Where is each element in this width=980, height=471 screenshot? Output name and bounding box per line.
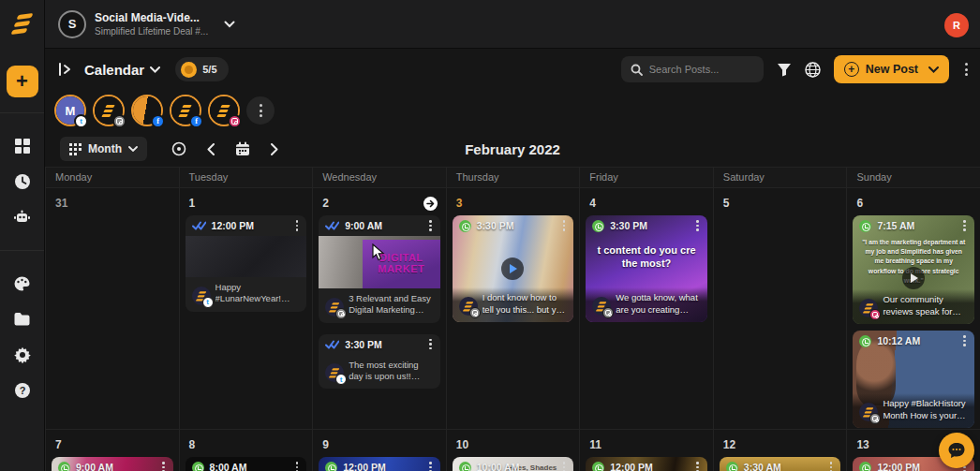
chat-bubble-icon: [947, 442, 966, 459]
account-avatar-facebook[interactable]: f: [170, 95, 201, 126]
calendar-cell-2[interactable]: 2 9:00 AM Digital Market 3 Relevant and …: [312, 187, 446, 429]
post-menu-icon[interactable]: [427, 460, 434, 471]
prev-month-icon[interactable]: [207, 143, 215, 155]
chat-support-button[interactable]: [939, 433, 974, 468]
calendar-cell-6[interactable]: 6 7:15 AM "I am the marketing department…: [846, 187, 980, 429]
post-time: 10:00 AM: [477, 462, 520, 471]
published-check-icon: [325, 220, 339, 231]
post-menu-icon[interactable]: [961, 333, 968, 348]
post-card[interactable]: 3:30 AM: [720, 457, 841, 471]
post-menu-icon[interactable]: [427, 337, 434, 352]
workspace-selector[interactable]: S Social Media-Vide... Simplified Lifeti…: [45, 10, 235, 38]
post-card[interactable]: 7:15 AM "I am the marketing department a…: [853, 215, 974, 324]
post-menu-icon[interactable]: [694, 460, 701, 471]
calendar-cell-5[interactable]: 5: [713, 187, 847, 429]
calendar-cell-10[interactable]: 10 10:00 AMHues, Shades: [446, 429, 580, 471]
date-number: 7: [46, 430, 179, 457]
post-caption: Our community reviews speak for themselv…: [883, 294, 968, 317]
next-month-icon[interactable]: [271, 143, 278, 155]
post-menu-icon[interactable]: [294, 218, 301, 233]
calendar-cell-4[interactable]: 4 3:30 PM t content do you cre the most?…: [579, 187, 713, 429]
post-card[interactable]: 3:30 PM I dont know how to tell you this…: [453, 215, 574, 322]
globe-icon[interactable]: [805, 62, 821, 78]
post-menu-icon[interactable]: [561, 460, 568, 471]
search-input[interactable]: [649, 64, 752, 75]
post-time: 3:30 PM: [345, 339, 382, 350]
post-time: 9:00 AM: [76, 462, 113, 471]
post-card[interactable]: 9:00 AM Digital Market 3 Relevant and Ea…: [319, 215, 440, 323]
post-menu-icon[interactable]: [294, 460, 301, 471]
date-number: 5: [714, 188, 847, 215]
calendar-icon[interactable]: [235, 141, 250, 156]
calendar-cell-31[interactable]: 31: [45, 187, 179, 429]
post-menu-icon[interactable]: [694, 218, 701, 233]
post-menu-icon[interactable]: [160, 460, 167, 471]
sidebar-item-recent[interactable]: [7, 168, 38, 196]
accounts-menu-icon[interactable]: [246, 96, 275, 125]
search-posts-box[interactable]: [621, 56, 764, 82]
user-avatar[interactable]: R: [944, 13, 969, 37]
account-avatar-facebook-page[interactable]: f: [131, 95, 163, 126]
post-card[interactable]: 10:12 AM Happy #BlackHistory Month How i…: [853, 331, 974, 428]
sidebar-item-ai-assistant[interactable]: [7, 203, 38, 231]
calendar-cell-8[interactable]: 8 8:00 AM: [179, 429, 313, 471]
play-icon[interactable]: [902, 267, 925, 289]
sidebar-item-help[interactable]: ?: [7, 376, 38, 405]
calendar-cell-9[interactable]: 9 12:00 PM: [312, 429, 446, 471]
page-title: Calendar: [84, 62, 144, 78]
calendar-cell-7[interactable]: 7 9:00 AM: [45, 429, 179, 471]
page-title-chevron-icon[interactable]: [150, 66, 160, 73]
post-menu-icon[interactable]: [561, 218, 568, 233]
chevron-down-icon: [928, 66, 939, 73]
help-icon: ?: [14, 382, 31, 399]
calendar-cell-3-today[interactable]: 3 3:30 PM I dont know how to tell you th…: [446, 187, 580, 429]
post-card[interactable]: 3:30 PM t The most exciting day is upon …: [319, 334, 440, 390]
post-menu-icon[interactable]: [961, 218, 968, 233]
create-new-button[interactable]: +: [7, 66, 38, 97]
sidebar-item-files[interactable]: [7, 305, 38, 333]
view-selector[interactable]: Month: [60, 137, 147, 161]
collapse-panel-icon[interactable]: [58, 63, 73, 76]
post-thumbnail: [186, 236, 307, 277]
sidebar-item-dashboard[interactable]: [7, 132, 38, 160]
new-post-button[interactable]: + New Post: [834, 55, 949, 83]
filter-icon[interactable]: [777, 63, 792, 77]
scheduled-clock-icon: [325, 462, 337, 471]
account-avatar-instagram[interactable]: [93, 95, 125, 126]
page-menu-icon[interactable]: [962, 60, 971, 79]
sidebar-item-settings[interactable]: [7, 341, 38, 369]
post-account-avatar: [459, 297, 478, 316]
credits-badge[interactable]: 5/5: [175, 57, 228, 81]
day-header: Sunday: [846, 168, 980, 187]
post-card[interactable]: 12:00 PM: [319, 457, 440, 471]
post-caption: 3 Relevant and Easy Digital Marketing St…: [349, 293, 434, 316]
post-card[interactable]: 3:30 PM t content do you cre the most? W…: [586, 215, 707, 322]
chevron-down-icon: [128, 146, 138, 152]
post-menu-icon[interactable]: [427, 218, 434, 233]
post-card[interactable]: 9:00 AM: [52, 457, 173, 471]
today-target-icon[interactable]: [171, 141, 186, 156]
post-card[interactable]: 10:00 AMHues, Shades: [453, 457, 574, 471]
post-card[interactable]: 12:00 PM: [586, 457, 707, 471]
view-label: Month: [88, 142, 122, 155]
post-caption: Happy #LunarNewYear! 2022 is the Year of…: [215, 282, 301, 305]
scheduled-clock-icon: [58, 462, 70, 471]
calendar-cell-1[interactable]: 1 12:00 PM t Happy #LunarNewYear! 2022 i…: [179, 187, 313, 429]
account-avatar-twitter[interactable]: M t: [54, 95, 86, 126]
date-number: 10: [447, 430, 580, 457]
calendar-cell-12[interactable]: 12 3:30 AM: [713, 429, 847, 471]
post-caption: Happy #BlackHistory Month How is your c.…: [883, 398, 968, 421]
play-icon[interactable]: [501, 258, 524, 280]
sidebar-item-design[interactable]: [7, 270, 38, 298]
simplified-logo[interactable]: [0, 0, 44, 49]
post-menu-icon[interactable]: [828, 460, 835, 471]
account-avatar-instagram-2[interactable]: [208, 95, 240, 126]
scheduled-clock-icon: [859, 220, 871, 232]
post-time: 3:30 PM: [610, 220, 647, 231]
plus-icon: +: [16, 69, 28, 94]
sidebar-divider: [0, 250, 44, 251]
post-card[interactable]: 8:00 AM: [186, 457, 307, 471]
date-number: 1: [180, 188, 313, 215]
post-card[interactable]: 12:00 PM t Happy #LunarNewYear! 2022 is …: [186, 215, 307, 312]
calendar-cell-11[interactable]: 11 12:00 PM: [579, 429, 713, 471]
